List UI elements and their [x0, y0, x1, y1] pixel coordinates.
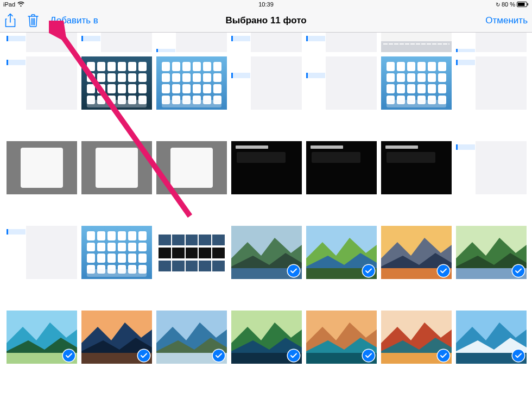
photo-thumbnail[interactable]	[81, 311, 152, 364]
orientation-lock-icon: ↻	[496, 2, 500, 8]
photo-thumbnail[interactable]	[81, 141, 152, 194]
photo-thumbnail[interactable]	[81, 33, 152, 52]
photo-thumbnail[interactable]	[7, 311, 77, 364]
selection-checkmark-icon	[288, 265, 300, 277]
photo-thumbnail[interactable]	[456, 56, 527, 110]
photo-thumbnail[interactable]	[156, 311, 227, 364]
share-button[interactable]	[4, 13, 16, 28]
selection-checkmark-icon	[512, 265, 524, 277]
share-icon	[4, 13, 16, 28]
selection-checkmark-icon	[213, 350, 225, 362]
wifi-icon	[17, 2, 24, 7]
cancel-button[interactable]: Отменить	[485, 15, 528, 26]
photo-thumbnail[interactable]	[381, 226, 452, 279]
photo-thumbnail[interactable]	[7, 141, 77, 194]
selection-toolbar: Добавить в Выбрано 11 фото Отменить	[0, 9, 532, 33]
selection-checkmark-icon	[363, 265, 375, 277]
add-to-button[interactable]: Добавить в	[50, 15, 98, 26]
status-time: 10:39	[179, 1, 354, 8]
photo-thumbnail[interactable]	[231, 33, 302, 52]
selection-checkmark-icon	[63, 350, 75, 362]
device-label: iPad	[3, 1, 15, 8]
photo-thumbnail[interactable]	[456, 311, 527, 364]
photo-thumbnail[interactable]	[306, 33, 377, 52]
photo-thumbnail[interactable]	[156, 226, 227, 279]
trash-button[interactable]	[27, 14, 39, 28]
svg-rect-1	[518, 3, 525, 6]
selection-checkmark-icon	[288, 350, 300, 362]
photo-thumbnail[interactable]	[381, 56, 452, 110]
photo-thumbnail[interactable]	[306, 226, 377, 279]
selection-checkmark-icon	[438, 350, 449, 362]
photo-thumbnail[interactable]	[231, 56, 302, 110]
selection-checkmark-icon	[138, 350, 150, 362]
status-bar: iPad 10:39 ↻ 80 %	[0, 0, 532, 9]
battery-percent: 80 %	[502, 1, 515, 8]
selection-checkmark-icon	[512, 350, 524, 362]
photo-thumbnail[interactable]	[231, 226, 302, 279]
photo-thumbnail[interactable]	[81, 226, 152, 279]
selection-checkmark-icon	[363, 350, 375, 362]
battery-icon	[517, 2, 529, 7]
photo-thumbnail[interactable]	[81, 56, 152, 110]
photo-thumbnail[interactable]	[7, 33, 77, 52]
photo-thumbnail[interactable]	[306, 141, 377, 194]
photo-thumbnail[interactable]	[7, 56, 77, 110]
photo-thumbnail[interactable]	[231, 311, 302, 364]
photo-thumbnail[interactable]	[156, 33, 227, 52]
svg-rect-2	[528, 3, 529, 5]
trash-icon	[27, 14, 39, 28]
photo-thumbnail[interactable]	[7, 395, 77, 399]
photo-thumbnail[interactable]	[381, 311, 452, 364]
photo-thumbnail[interactable]	[456, 226, 527, 279]
photo-thumbnail[interactable]	[381, 33, 452, 52]
photo-thumbnail[interactable]	[7, 226, 77, 279]
photo-thumbnail[interactable]	[456, 141, 527, 194]
photo-thumbnail[interactable]	[456, 33, 527, 52]
selection-checkmark-icon	[438, 265, 449, 277]
photo-thumbnail[interactable]	[156, 56, 227, 110]
photo-thumbnail[interactable]	[231, 141, 302, 194]
photo-thumbnail[interactable]	[306, 311, 377, 364]
photo-thumbnail[interactable]	[156, 141, 227, 194]
photo-grid	[0, 33, 532, 399]
photo-thumbnail[interactable]	[306, 56, 377, 110]
photo-thumbnail[interactable]	[381, 141, 452, 194]
